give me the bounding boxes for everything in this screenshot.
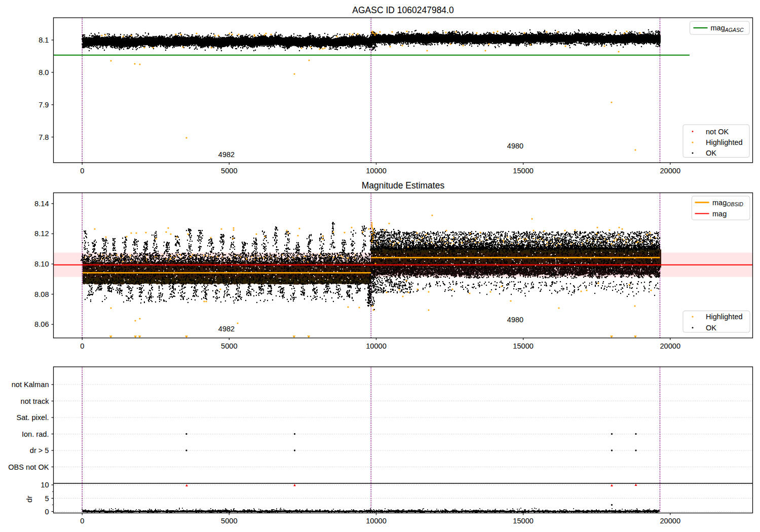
svg-text:5000: 5000: [221, 517, 237, 525]
svg-text:5000: 5000: [221, 167, 237, 175]
svg-text:0: 0: [45, 508, 49, 516]
svg-text:Sat. pixel.: Sat. pixel.: [16, 413, 49, 422]
svg-text:Ion. rad.: Ion. rad.: [22, 430, 49, 438]
svg-text:7.8: 7.8: [39, 133, 49, 141]
svg-text:8.0: 8.0: [39, 68, 49, 77]
svg-text:5000: 5000: [221, 342, 237, 350]
svg-text:not track: not track: [21, 397, 50, 405]
svg-text:OK: OK: [706, 149, 716, 157]
svg-text:4980: 4980: [507, 316, 523, 324]
svg-text:8.10: 8.10: [34, 260, 49, 268]
svg-text:5: 5: [45, 495, 49, 503]
svg-text:15000: 15000: [513, 342, 534, 350]
svg-text:dr > 5: dr > 5: [30, 446, 49, 454]
svg-text:10000: 10000: [366, 342, 387, 350]
svg-text:10: 10: [41, 481, 49, 489]
svg-text:4982: 4982: [218, 150, 235, 159]
svg-text:0: 0: [80, 342, 84, 350]
svg-text:dr: dr: [25, 496, 33, 502]
svg-text:not OK: not OK: [706, 128, 729, 136]
svg-text:20000: 20000: [660, 517, 681, 525]
svg-text:8.14: 8.14: [34, 200, 49, 208]
svg-text:AGASC ID 1060247984.0: AGASC ID 1060247984.0: [352, 5, 454, 15]
svg-text:Magnitude Estimates: Magnitude Estimates: [362, 180, 445, 191]
svg-text:OK: OK: [706, 324, 716, 332]
svg-text:10000: 10000: [366, 167, 387, 175]
svg-text:OBS not OK: OBS not OK: [8, 463, 49, 471]
svg-text:not Kalman: not Kalman: [12, 381, 49, 389]
svg-text:8.12: 8.12: [34, 230, 49, 238]
svg-text:4980: 4980: [507, 142, 523, 150]
svg-text:8.1: 8.1: [39, 36, 49, 44]
svg-text:8.08: 8.08: [34, 290, 49, 298]
svg-text:Highlighted: Highlighted: [706, 138, 743, 146]
svg-text:10000: 10000: [366, 517, 387, 525]
svg-text:Highlighted: Highlighted: [706, 313, 743, 321]
svg-text:mag: mag: [712, 210, 727, 218]
svg-text:8.06: 8.06: [34, 320, 49, 328]
svg-text:0: 0: [80, 167, 84, 175]
svg-text:15000: 15000: [513, 167, 534, 175]
svg-text:0: 0: [80, 517, 84, 525]
svg-text:7.9: 7.9: [39, 101, 49, 109]
svg-text:20000: 20000: [660, 167, 681, 175]
svg-text:20000: 20000: [660, 342, 681, 350]
svg-text:15000: 15000: [513, 517, 534, 525]
svg-text:4982: 4982: [218, 325, 235, 333]
